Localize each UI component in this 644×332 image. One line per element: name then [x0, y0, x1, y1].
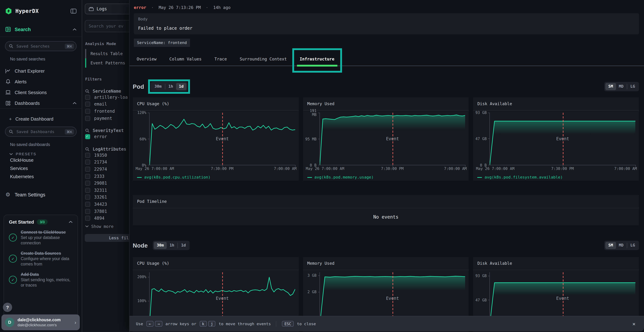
checkbox[interactable]: [85, 167, 90, 172]
checkbox[interactable]: [85, 95, 90, 100]
presets-toggle[interactable]: PRESETS: [9, 152, 76, 156]
source-selector-button[interactable]: Logs: [85, 4, 129, 14]
filter-option-label: email: [94, 102, 107, 107]
filter-option[interactable]: email: [85, 101, 129, 108]
size-md[interactable]: MD: [616, 83, 626, 90]
size-lg[interactable]: LG: [628, 83, 638, 90]
show-more-toggle[interactable]: Show more: [85, 224, 129, 229]
chart-title: Memory Used: [303, 97, 469, 110]
sidebar-item-label: Chart Explorer: [15, 68, 45, 74]
filter-option[interactable]: 4894: [85, 215, 129, 222]
checkbox[interactable]: [85, 209, 90, 214]
filter-option-label: 2333: [94, 174, 104, 179]
filter-option[interactable]: 33261: [85, 194, 129, 201]
range-1d[interactable]: 1d: [178, 242, 189, 249]
x-axis-labels: May 26 7:00:00 AM7:30:00 PM7:00:00 AM: [303, 166, 469, 173]
event-search-input[interactable]: [85, 20, 129, 32]
checkbox-checked[interactable]: [85, 134, 90, 139]
tab-column-values[interactable]: Column Values: [166, 52, 205, 66]
sidebar-item-dashboards[interactable]: Dashboards: [0, 98, 82, 108]
range-30m[interactable]: 30m: [152, 83, 164, 90]
range-30m[interactable]: 30m: [154, 242, 167, 249]
preset-kubernetes[interactable]: Kubernetes: [0, 172, 82, 181]
checkbox[interactable]: [85, 202, 90, 207]
checkbox[interactable]: [85, 116, 90, 121]
chevron-up-icon[interactable]: [69, 221, 73, 223]
get-started-step-sources[interactable]: ✓ Create Data Sources Configure where yo…: [9, 251, 73, 267]
tab-label: Infrastructure: [300, 56, 334, 62]
filter-option-label: error: [94, 134, 107, 139]
checkbox[interactable]: [85, 181, 90, 186]
help-button[interactable]: ?: [3, 303, 12, 312]
checkbox[interactable]: [85, 153, 90, 158]
checkbox[interactable]: [85, 216, 90, 221]
get-started-step-add-data[interactable]: ✓ Add Data Start sending logs, metrics, …: [9, 272, 73, 288]
filter-option[interactable]: payment: [85, 115, 129, 122]
user-email: dale@clickhouse.com: [18, 318, 61, 323]
saved-searches-input[interactable]: ⌘K: [5, 41, 76, 51]
tab-trace[interactable]: Trace: [211, 52, 230, 66]
checkbox[interactable]: [85, 109, 90, 114]
size-lg[interactable]: LG: [628, 242, 638, 249]
sidebar-item-team-settings[interactable]: ⚙ Team Settings: [0, 188, 82, 201]
filter-option-error[interactable]: error: [85, 133, 129, 140]
range-1d[interactable]: 1d: [176, 83, 186, 90]
legend-line-icon: [478, 177, 482, 178]
filter-option-label: artillery-loa: [94, 95, 128, 100]
saved-dashboards-field[interactable]: [16, 129, 65, 134]
create-dashboard-button[interactable]: + Create Dashboard: [0, 114, 82, 124]
preset-clickhouse[interactable]: ClickHouse: [0, 156, 82, 164]
filter-option[interactable]: frontend: [85, 108, 129, 115]
sidebar-item-chart-explorer[interactable]: Chart Explorer: [0, 66, 82, 76]
filter-option[interactable]: 32311: [85, 187, 129, 194]
size-md[interactable]: MD: [616, 242, 626, 249]
user-subtext: dale@clickhouse.com's: [18, 322, 61, 327]
tab-overview[interactable]: Overview: [133, 52, 160, 66]
mode-event-patterns[interactable]: Event Patterns: [85, 58, 129, 68]
filter-option[interactable]: artillery-loa: [85, 94, 129, 101]
close-panel-button[interactable]: ✕: [630, 320, 638, 328]
checkbox[interactable]: [85, 188, 90, 193]
active-tab-underline: [297, 65, 337, 66]
saved-searches-field[interactable]: [16, 44, 65, 49]
hint-divider: [276, 321, 276, 327]
filter-option[interactable]: 37801: [85, 208, 129, 215]
collapse-sidebar-icon[interactable]: [70, 8, 76, 14]
checkbox[interactable]: [85, 102, 90, 107]
service-name-chip[interactable]: ServiceName: frontend: [134, 39, 190, 47]
arrow-left-key: ←: [146, 321, 154, 327]
less-filters-button[interactable]: Less fil: [85, 234, 129, 242]
chart-title: Memory Used: [303, 257, 469, 270]
chart-plot: Event: [319, 113, 465, 165]
size-sm[interactable]: SM: [606, 242, 616, 249]
checkbox[interactable]: [85, 195, 90, 200]
pod-title: Pod: [133, 83, 144, 90]
step-title: Add Data: [21, 272, 73, 277]
filter-option[interactable]: 29081: [85, 180, 129, 187]
checkbox[interactable]: [85, 174, 90, 179]
user-menu[interactable]: D dale@clickhouse.com dale@clickhouse.co…: [2, 314, 80, 330]
range-1h[interactable]: 1h: [166, 83, 176, 90]
sidebar-item-search[interactable]: Search: [0, 22, 82, 36]
filter-option[interactable]: 22974: [85, 166, 129, 172]
saved-dashboards-input[interactable]: ⌘K: [5, 127, 76, 137]
filter-option[interactable]: 2333: [85, 173, 129, 180]
filter-option[interactable]: 21734: [85, 159, 129, 166]
preset-services[interactable]: Services: [0, 164, 82, 172]
sidebar-item-client-sessions[interactable]: Client Sessions: [0, 87, 82, 98]
tab-infrastructure[interactable]: Infrastructure: [296, 52, 338, 66]
mode-results-table[interactable]: Results Table: [85, 49, 129, 58]
range-1h[interactable]: 1h: [167, 242, 177, 249]
app-root: HyperDX Search ⌘K No saved searches: [0, 0, 644, 332]
filter-option[interactable]: 34423: [85, 201, 129, 208]
filter-group-logattributes: LogAttributes: [85, 147, 129, 152]
checkbox[interactable]: [85, 160, 90, 165]
get-started-step-connect[interactable]: ✓ Connect to ClickHouse Set up your data…: [9, 230, 73, 246]
filter-option[interactable]: 19350: [85, 152, 129, 159]
filter-group-label: LogAttributes: [93, 147, 126, 152]
tab-surrounding-context[interactable]: Surrounding Context: [236, 52, 290, 66]
pod-time-range-control: 30m 1h 1d: [150, 82, 188, 91]
size-sm[interactable]: SM: [606, 83, 616, 90]
sidebar-item-alerts[interactable]: Alerts: [0, 76, 82, 87]
source-selector-label: Logs: [96, 6, 107, 12]
